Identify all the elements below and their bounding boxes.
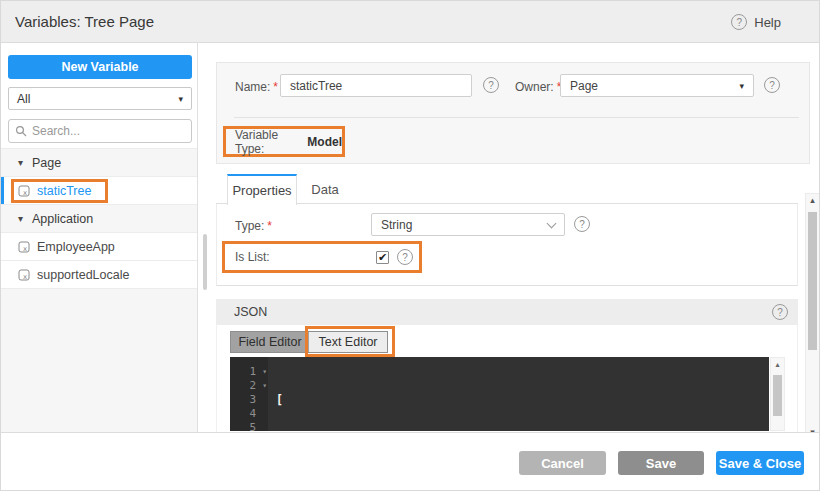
name-input[interactable]	[280, 74, 472, 97]
properties-panel: Type:* String ? Is List: ✔ ?	[216, 204, 798, 286]
editor-code-area[interactable]: [ ··{ ····"label": "item1", ····"icon": …	[268, 357, 769, 431]
variable-type-highlight-box: Variable Type: Model	[223, 126, 345, 157]
help-button[interactable]: ? Help	[731, 13, 781, 31]
json-code-editor[interactable]: 1▾ 2▾ 3 4 5 [ ··{ ····"label": "item1", …	[230, 357, 769, 431]
type-value: String	[381, 218, 412, 232]
editor-gutter: 1▾ 2▾ 3 4 5	[230, 357, 268, 431]
save-and-close-button[interactable]: Save & Close	[716, 451, 804, 475]
page-title: Variables: Tree Page	[15, 1, 154, 43]
type-label: Type:*	[235, 219, 272, 233]
scroll-up-icon[interactable]: ▴	[806, 195, 819, 205]
owner-label: Owner:*	[515, 80, 561, 94]
variables-tree: ▾ Page x staticTree ▾ Application x Empl…	[1, 148, 197, 432]
tree-item-statictree[interactable]: x staticTree	[1, 177, 197, 205]
tree-group-label: Page	[32, 156, 61, 170]
json-help-icon[interactable]: ?	[772, 304, 788, 320]
owner-help-icon[interactable]: ?	[764, 77, 780, 93]
tree-item-employeeapp[interactable]: x EmployeeApp	[1, 233, 197, 261]
search-input[interactable]	[32, 124, 185, 138]
save-button[interactable]: Save	[618, 451, 704, 475]
help-icon[interactable]: ?	[731, 14, 747, 30]
tree-item-label: staticTree	[37, 184, 91, 198]
variable-type-value: Model	[307, 135, 342, 149]
main-scrollbar-thumb[interactable]	[808, 212, 817, 350]
type-help-icon[interactable]: ?	[574, 216, 590, 232]
new-variable-button[interactable]: New Variable	[8, 55, 192, 79]
field-editor-button[interactable]: Field Editor	[230, 331, 310, 353]
collapse-triangle-icon[interactable]: ▾	[18, 158, 23, 168]
is-list-checkbox[interactable]: ✔	[376, 251, 389, 264]
is-list-label: Is List:	[235, 250, 270, 264]
chevron-down-icon	[547, 218, 557, 228]
owner-value: Page	[570, 79, 598, 93]
svg-text:x: x	[23, 272, 27, 280]
selected-indicator	[1, 177, 4, 204]
variable-search[interactable]	[8, 119, 192, 143]
collapse-triangle-icon[interactable]: ▾	[18, 214, 23, 224]
required-asterisk: *	[267, 219, 272, 233]
variable-filter-value: All	[17, 92, 30, 106]
svg-text:x: x	[23, 244, 27, 252]
scroll-up-icon[interactable]: ▴	[771, 360, 784, 369]
name-help-icon[interactable]: ?	[483, 77, 499, 93]
text-editor-button[interactable]: Text Editor	[309, 331, 388, 353]
dropdown-arrow-icon: ▾	[739, 81, 744, 91]
variables-sidebar: New Variable All ▾ ▾ Page x staticTree	[1, 43, 198, 432]
is-list-highlight-box: Is List: ✔ ?	[222, 241, 422, 273]
help-label[interactable]: Help	[754, 15, 781, 30]
tree-group-page[interactable]: ▾ Page	[1, 149, 197, 177]
cancel-button[interactable]: Cancel	[519, 451, 606, 475]
variable-type-label: Variable Type:	[235, 128, 299, 156]
tab-properties[interactable]: Properties	[227, 174, 297, 205]
editor-scrollbar-thumb[interactable]	[773, 375, 782, 416]
dialog-header: Variables: Tree Page ? Help	[1, 1, 820, 43]
main-scrollbar[interactable]: ▴ ▾	[805, 193, 820, 439]
sidebar-scrollbar-thumb[interactable]	[203, 234, 207, 290]
name-label: Name:*	[235, 80, 278, 94]
variable-filter-dropdown[interactable]: All ▾	[8, 87, 192, 110]
dropdown-arrow-icon: ▾	[178, 94, 183, 104]
json-section-body: Field Editor Text Editor 1▾ 2▾ 3 4 5 [ ·…	[216, 325, 798, 432]
tree-item-supportedlocale[interactable]: x supportedLocale	[1, 261, 197, 289]
tree-item-label: EmployeeApp	[37, 240, 115, 254]
type-select[interactable]: String	[371, 213, 565, 236]
detail-tabs: Properties Data	[216, 174, 798, 204]
editor-scrollbar[interactable]: ▴	[770, 357, 785, 431]
owner-select[interactable]: Page ▾	[560, 74, 754, 97]
dialog-footer: Cancel Save Save & Close	[1, 433, 820, 491]
search-icon	[15, 125, 27, 137]
json-section-header: JSON ?	[216, 299, 798, 325]
tree-group-label: Application	[32, 212, 93, 226]
code-fold-icon[interactable]: ▾	[262, 365, 267, 379]
variables-dialog: Variables: Tree Page ? Help New Variable…	[0, 0, 820, 491]
code-fold-icon[interactable]: ▾	[262, 379, 267, 393]
variable-icon: x	[18, 269, 30, 281]
tree-item-label: supportedLocale	[37, 268, 129, 282]
tab-data[interactable]: Data	[297, 174, 353, 204]
tree-group-application[interactable]: ▾ Application	[1, 205, 197, 233]
code-line: [	[276, 393, 769, 407]
svg-text:x: x	[23, 188, 27, 196]
variable-icon: x	[18, 185, 30, 197]
json-section-title: JSON	[234, 299, 267, 325]
variable-summary-panel: Name:* ? Owner:* Page ▾ ? Variable Type:…	[216, 62, 810, 164]
panel-divider	[234, 117, 799, 118]
required-asterisk: *	[273, 80, 278, 94]
is-list-help-icon[interactable]: ?	[397, 249, 413, 265]
variable-icon: x	[18, 241, 30, 253]
